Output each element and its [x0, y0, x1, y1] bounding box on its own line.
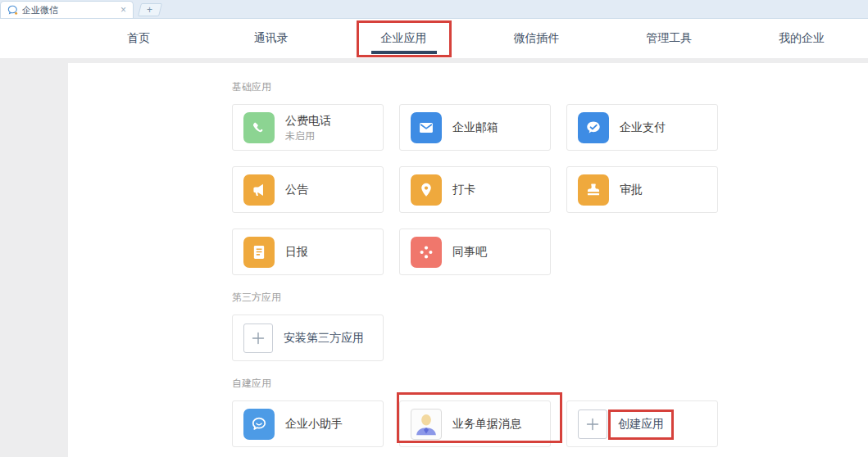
app-title: 日报 [285, 245, 308, 259]
app-card-install-third-party[interactable]: 安装第三方应用 [232, 314, 384, 361]
app-title: 企业小助手 [285, 417, 343, 431]
app-card-enterprise-mail[interactable]: 企业邮箱 [399, 104, 551, 151]
new-tab-button[interactable]: + [138, 3, 162, 16]
nav-label: 通讯录 [254, 31, 289, 46]
app-title: 创建应用 [618, 417, 664, 431]
third-party-grid: 安装第三方应用 [232, 314, 868, 361]
megaphone-icon [243, 174, 275, 206]
avatar-icon [411, 409, 442, 440]
nav-item-my-company[interactable]: 我的企业 [735, 19, 868, 58]
app-card-assistant[interactable]: 企业小助手 [232, 400, 384, 447]
app-card-checkin[interactable]: 打卡 [399, 166, 551, 213]
wechat-work-favicon [7, 5, 18, 16]
app-title: 企业支付 [620, 120, 666, 134]
app-card-colleagues[interactable]: 同事吧 [399, 228, 551, 275]
app-card-approval[interactable]: 审批 [566, 166, 718, 213]
app-card-announcement[interactable]: 公告 [232, 166, 384, 213]
basic-apps-grid: 公费电话 未启用 企业邮箱 [232, 104, 868, 275]
app-card-free-call[interactable]: 公费电话 未启用 [232, 104, 384, 151]
phone-icon [243, 112, 275, 143]
section-title-self-built: 自建应用 [232, 378, 868, 389]
app-card-enterprise-pay[interactable]: 企业支付 [566, 104, 718, 151]
app-card-create-app[interactable]: 创建应用 [566, 400, 718, 447]
nav-label: 微信插件 [513, 31, 559, 46]
colleagues-icon [411, 237, 442, 268]
app-title: 打卡 [452, 183, 475, 197]
app-title: 公告 [285, 183, 308, 197]
chat-bubble-icon [243, 409, 275, 440]
plus-icon [578, 409, 607, 439]
content-panel: 基础应用 公费电话 未启用 [68, 63, 868, 457]
browser-tab[interactable]: 企业微信 × [0, 1, 134, 18]
app-title: 同事吧 [452, 245, 487, 259]
app-card-business-doc-message[interactable]: 业务单据消息 [399, 400, 551, 447]
nav-item-admin-tools[interactable]: 管理工具 [602, 19, 735, 58]
active-tab-underline [371, 51, 437, 54]
app-title: 审批 [620, 183, 643, 197]
plus-icon: + [147, 5, 152, 15]
browser-tab-strip: 企业微信 × + [0, 0, 868, 19]
report-icon [243, 237, 275, 268]
nav-label: 我的企业 [779, 31, 825, 46]
section-title-basic-apps: 基础应用 [232, 81, 868, 93]
nav-item-enterprise-apps[interactable]: 企业应用 [338, 19, 470, 58]
app-title: 安装第三方应用 [284, 331, 364, 345]
mail-icon [411, 112, 442, 143]
plus-icon [243, 324, 273, 353]
nav-label: 首页 [127, 31, 150, 46]
wechat-pay-icon [578, 112, 609, 143]
nav-item-contacts[interactable]: 通讯录 [205, 19, 338, 58]
tab-title: 企业微信 [22, 4, 119, 16]
app-title: 业务单据消息 [452, 417, 521, 431]
page-background: 基础应用 公费电话 未启用 [0, 58, 868, 457]
nav-item-wechat-plugin[interactable]: 微信插件 [470, 19, 602, 58]
stamp-icon [578, 174, 609, 206]
nav-label: 企业应用 [381, 31, 427, 46]
main-nav: 首页 通讯录 企业应用 微信插件 管理工具 我的企业 [0, 19, 868, 59]
nav-item-home[interactable]: 首页 [72, 19, 205, 58]
section-title-third-party: 第三方应用 [232, 292, 868, 303]
app-card-daily-report[interactable]: 日报 [232, 228, 384, 275]
app-title: 公费电话 [285, 114, 331, 128]
self-built-grid: 企业小助手 业务单据消息 [232, 400, 868, 447]
location-pin-icon [411, 174, 442, 206]
wechat-work-admin-window: 企业微信 × + 首页 通讯录 企业应用 微信插件 管理工具 我的企业 [0, 0, 868, 457]
nav-label: 管理工具 [646, 31, 692, 46]
app-title: 企业邮箱 [452, 120, 498, 134]
app-status: 未启用 [285, 130, 331, 142]
tab-close-icon[interactable]: × [119, 3, 128, 16]
